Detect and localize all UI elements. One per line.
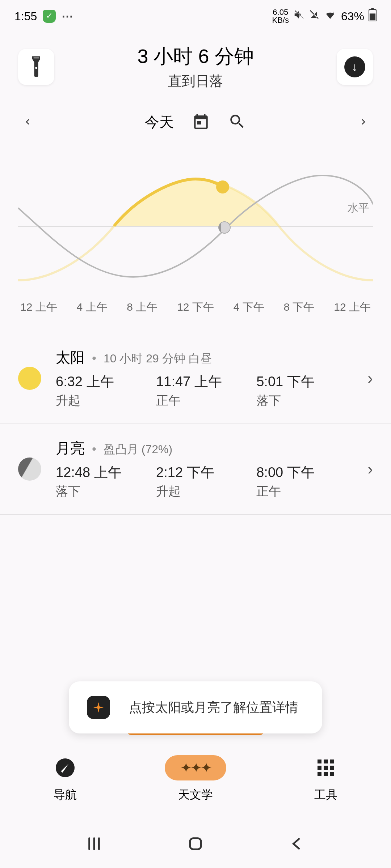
moon-icon (18, 458, 41, 481)
mute-icon (293, 9, 304, 23)
network-speed: 6.05 KB/s (272, 8, 289, 24)
sun-set-time: 5:01 下午 (256, 373, 353, 391)
download-button[interactable]: ↓ (337, 49, 373, 85)
more-icon: ⋯ (62, 9, 74, 23)
chevron-right-icon: › (367, 369, 373, 387)
calendar-icon (192, 112, 210, 131)
sun-noon-time: 11:47 上午 (156, 373, 253, 391)
sun-icon (18, 367, 41, 390)
moon-row[interactable]: 月亮 • 盈凸月 (72%) 12:48 上午落下 2:12 下午升起 8:00… (0, 424, 391, 515)
moon-meta: 盈凸月 (72%) (104, 442, 172, 458)
hint-card[interactable]: 点按太阳或月亮了解位置详情 (69, 681, 322, 733)
next-day-button[interactable] (358, 114, 369, 131)
chevron-right-icon: › (367, 460, 373, 478)
download-icon: ↓ (344, 56, 365, 77)
sun-rise-time: 6:32 上午 (56, 373, 152, 391)
header: 3 小时 6 分钟 直到日落 ↓ (0, 33, 391, 101)
battery-icon (369, 8, 377, 24)
grid-icon (318, 760, 334, 776)
compass-app-icon (87, 696, 110, 719)
no-sim-icon (308, 9, 319, 24)
countdown-text: 3 小时 6 分钟 (54, 43, 337, 70)
sun-name: 太阳 (56, 348, 85, 367)
sun-row[interactable]: 太阳 • 10 小时 29 分钟 白昼 6:32 上午升起 11:47 上午正午… (0, 333, 391, 424)
svg-text:↕: ↕ (332, 10, 335, 15)
chart-x-axis: 12 上午 4 上午 8 上午 12 下午 4 下午 8 下午 12 上午 (18, 300, 373, 315)
moon-noon-time: 8:00 下午 (256, 463, 353, 482)
nav-astronomy[interactable]: ✦✦✦ 天文学 (130, 755, 261, 803)
wifi-icon: ↕ (324, 9, 337, 23)
bottom-nav: 导航 ✦✦✦ 天文学 工具 (0, 744, 391, 821)
svg-rect-3 (370, 13, 375, 20)
shield-icon (43, 10, 56, 23)
until-text: 直到日落 (54, 72, 337, 90)
battery-text: 63% (341, 10, 364, 23)
date-nav: 今天 (0, 101, 391, 139)
calendar-button[interactable] (192, 112, 210, 132)
altitude-chart[interactable]: 水平 12 上午 4 上午 8 上午 12 下午 4 下午 8 下午 12 上午 (0, 139, 391, 322)
nav-navigation[interactable]: 导航 (0, 755, 130, 803)
moon-rise-time: 2:12 下午 (156, 463, 253, 482)
svg-rect-2 (371, 8, 374, 10)
clock: 1:55 (14, 10, 37, 23)
svg-rect-7 (190, 838, 201, 850)
prev-day-button[interactable] (22, 114, 33, 131)
search-button[interactable] (228, 112, 246, 132)
horizon-label: 水平 (348, 201, 369, 216)
sun-meta: 10 小时 29 分钟 白昼 (104, 351, 212, 367)
back-button[interactable] (289, 835, 305, 854)
moon-name: 月亮 (56, 438, 85, 458)
nav-tools[interactable]: 工具 (261, 755, 391, 803)
home-button[interactable] (187, 835, 204, 854)
today-label[interactable]: 今天 (145, 112, 174, 132)
system-nav (0, 821, 391, 868)
compass-icon (56, 758, 75, 777)
recents-button[interactable] (86, 835, 102, 854)
sparkles-icon: ✦✦✦ (180, 760, 211, 776)
status-bar: 1:55 ⋯ 6.05 KB/s ↕ 63% (0, 0, 391, 33)
svg-point-5 (216, 180, 229, 193)
search-icon (228, 112, 246, 131)
flashlight-button[interactable] (18, 49, 54, 85)
flashlight-icon (28, 56, 44, 78)
moon-set-time: 12:48 上午 (56, 463, 152, 482)
hint-text: 点按太阳或月亮了解位置详情 (123, 698, 304, 717)
